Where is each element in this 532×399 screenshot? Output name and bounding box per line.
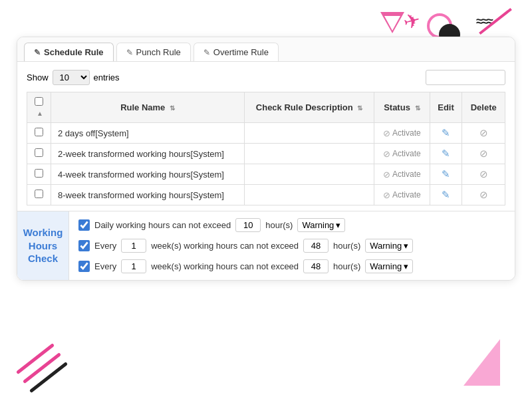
whc-dropdown-0[interactable]: Warning ▾ xyxy=(297,218,345,232)
whc-row: Every week(s) working hours can not exce… xyxy=(78,239,505,253)
status-icon: ⊘ xyxy=(383,128,390,138)
row-checkbox[interactable] xyxy=(27,185,51,205)
whc-rules: Daily working hours can not exceed hour(… xyxy=(69,211,515,280)
whc-value2-2[interactable] xyxy=(303,259,329,273)
whc-middle-2: week(s) working hours can not exceed xyxy=(151,261,299,271)
table-row: 4-week transformed working hours[System]… xyxy=(27,164,505,185)
whc-unit1-1: hour(s) xyxy=(333,241,360,251)
tab-punch-rule[interactable]: ✎ Punch Rule xyxy=(116,43,191,61)
status-badge: ⊘ Activate xyxy=(381,170,422,180)
row-rule-name: 8-week transformed working hours[System] xyxy=(51,185,245,205)
col-rule-name[interactable]: Rule Name ⇅ xyxy=(51,92,245,123)
edit-icon[interactable]: ✎ xyxy=(442,148,450,159)
delete-icon[interactable]: ⊘ xyxy=(479,127,488,138)
deco-diag-line xyxy=(479,8,512,35)
whc-checkbox-0[interactable] xyxy=(78,219,90,231)
deco-circle-pink xyxy=(427,13,452,39)
row-status: ⊘ Activate xyxy=(374,164,430,185)
col-checkbox: ▲ xyxy=(27,92,51,123)
row-check-0[interactable] xyxy=(35,128,43,136)
sort-icon-rule-name: ⇅ xyxy=(170,104,175,112)
table-section: Show 10 25 50 100 entries ▲ xyxy=(17,62,515,211)
search-input[interactable] xyxy=(426,70,505,85)
whc-label: WorkingHoursCheck xyxy=(17,211,69,280)
whc-panel: WorkingHoursCheck Daily working hours ca… xyxy=(17,211,515,280)
main-card: ✎ Schedule Rule ✎ Punch Rule ✎ Overtime … xyxy=(17,37,515,281)
deco-zigzag: ≈≈≈ xyxy=(476,15,492,29)
delete-icon[interactable]: ⊘ xyxy=(479,168,488,180)
deco-line2 xyxy=(23,352,61,384)
whc-dropdown-1[interactable]: Warning ▾ xyxy=(365,239,413,253)
deco-triangle-inner xyxy=(384,16,400,31)
sort-icon-checkbox: ▲ xyxy=(37,110,43,117)
delete-icon[interactable]: ⊘ xyxy=(479,189,488,200)
whc-value1-2[interactable] xyxy=(121,259,146,273)
row-delete[interactable]: ⊘ xyxy=(462,164,505,185)
schedule-rule-icon: ✎ xyxy=(34,48,41,57)
entries-label: entries xyxy=(94,72,120,82)
whc-prefix-0: Daily working hours can not exceed xyxy=(94,220,231,230)
row-check-2[interactable] xyxy=(35,169,43,178)
select-all-checkbox[interactable] xyxy=(35,97,43,106)
row-delete[interactable]: ⊘ xyxy=(462,123,505,144)
sort-icon-status: ⇅ xyxy=(415,104,420,112)
whc-checkbox-1[interactable] xyxy=(78,240,90,251)
sort-icon-description: ⇅ xyxy=(357,104,362,112)
whc-checkbox-2[interactable] xyxy=(78,261,90,272)
delete-icon[interactable]: ⊘ xyxy=(479,148,488,159)
status-badge: ⊘ Activate xyxy=(381,190,422,200)
deco-line3 xyxy=(29,362,68,393)
row-edit[interactable]: ✎ xyxy=(430,164,462,185)
col-description[interactable]: Check Rule Description ⇅ xyxy=(245,92,374,123)
data-table: ▲ Rule Name ⇅ Check Rule Description ⇅ S… xyxy=(27,92,505,205)
deco-triangle-outline xyxy=(380,12,404,33)
edit-icon[interactable]: ✎ xyxy=(442,189,450,200)
status-icon: ⊘ xyxy=(383,170,390,180)
tabs-bar: ✎ Schedule Rule ✎ Punch Rule ✎ Overtime … xyxy=(17,37,515,62)
row-edit[interactable]: ✎ xyxy=(430,144,462,164)
row-description xyxy=(245,164,374,185)
col-edit: Edit xyxy=(430,92,462,123)
status-badge: ⊘ Activate xyxy=(381,128,422,138)
edit-icon[interactable]: ✎ xyxy=(442,127,450,138)
row-rule-name: 2 days off[System] xyxy=(51,123,245,144)
deco-line1 xyxy=(16,343,55,374)
whc-value1-1[interactable] xyxy=(121,239,146,253)
status-badge: ⊘ Activate xyxy=(381,149,422,159)
table-row: 8-week transformed working hours[System]… xyxy=(27,185,505,205)
show-entries: Show 10 25 50 100 entries xyxy=(27,70,120,85)
edit-icon[interactable]: ✎ xyxy=(442,168,450,180)
row-description xyxy=(245,144,374,164)
row-delete[interactable]: ⊘ xyxy=(462,144,505,164)
row-status: ⊘ Activate xyxy=(374,123,430,144)
whc-value1-0[interactable] xyxy=(235,218,261,232)
paper-plane-icon: ✈ xyxy=(401,7,423,34)
tab-overtime-rule[interactable]: ✎ Overtime Rule xyxy=(194,43,279,61)
table-row: 2 days off[System] ⊘ Activate ✎ ⊘ xyxy=(27,123,505,144)
whc-middle-1: week(s) working hours can not exceed xyxy=(151,241,299,251)
whc-unit1-0: hour(s) xyxy=(265,220,293,230)
row-status: ⊘ Activate xyxy=(374,144,430,164)
entries-select[interactable]: 10 25 50 100 xyxy=(53,70,90,85)
show-label: Show xyxy=(27,72,49,82)
row-edit[interactable]: ✎ xyxy=(430,185,462,205)
row-checkbox[interactable] xyxy=(27,123,51,144)
punch-rule-icon: ✎ xyxy=(126,48,133,57)
whc-row: Daily working hours can not exceed hour(… xyxy=(78,218,505,232)
row-description xyxy=(245,185,374,205)
col-status[interactable]: Status ⇅ xyxy=(374,92,430,123)
row-check-3[interactable] xyxy=(35,190,43,198)
row-checkbox[interactable] xyxy=(27,144,51,164)
row-delete[interactable]: ⊘ xyxy=(462,185,505,205)
tab-schedule-rule[interactable]: ✎ Schedule Rule xyxy=(24,43,114,61)
row-checkbox[interactable] xyxy=(27,164,51,185)
whc-value2-1[interactable] xyxy=(303,239,329,253)
table-row: 2-week transformed working hours[System]… xyxy=(27,144,505,164)
status-icon: ⊘ xyxy=(383,190,390,200)
deco-triangle-br xyxy=(464,339,500,386)
whc-dropdown-2[interactable]: Warning ▾ xyxy=(365,259,413,273)
row-check-1[interactable] xyxy=(35,148,43,157)
row-edit[interactable]: ✎ xyxy=(430,123,462,144)
whc-unit1-2: hour(s) xyxy=(333,261,360,271)
row-description xyxy=(245,123,374,144)
